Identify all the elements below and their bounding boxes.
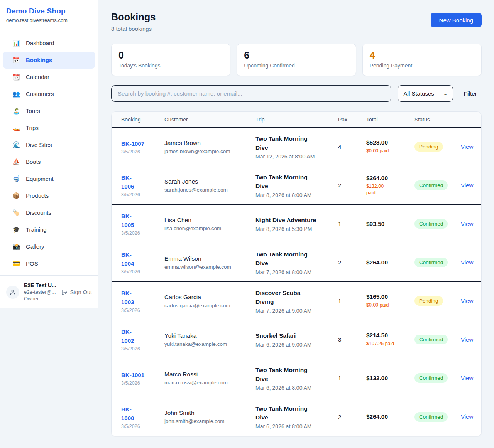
pax-cell: 2 <box>338 259 366 266</box>
booking-cell: BK- 1003 3/5/2026 <box>121 289 164 313</box>
pax-cell: 1 <box>338 375 366 381</box>
sidebar-item-customers[interactable]: 👥 Customers <box>3 86 95 103</box>
customer-cell: Yuki Tanaka yuki.tanaka@example.com <box>164 332 255 347</box>
nav-item-icon: 💳 <box>12 259 20 268</box>
booking-date: 3/5/2026 <box>121 381 164 386</box>
booking-id-link[interactable]: BK- 1006 <box>121 174 134 190</box>
customer-email: john.smith@example.com <box>164 418 255 424</box>
view-link[interactable]: View <box>461 413 473 420</box>
booking-id-link[interactable]: BK-1001 <box>121 372 144 378</box>
paid-amount: $0.00 paid <box>366 148 414 154</box>
total-cell: $132.00 <box>366 375 414 382</box>
action-cell: View <box>461 298 473 305</box>
nav-item-label: Gallery <box>26 242 44 251</box>
stat-value: 6 <box>244 50 349 61</box>
booking-id-link[interactable]: BK- 1003 <box>121 290 134 305</box>
nav-item-label: Dive Sites <box>26 140 52 150</box>
booking-id-link[interactable]: BK- 1004 <box>121 251 134 267</box>
nav-item-label: Customers <box>26 89 54 99</box>
customer-email: emma.wilson@example.com <box>164 264 255 270</box>
customer-name: Lisa Chen <box>164 217 255 224</box>
customer-email: yuki.tanaka@example.com <box>164 341 255 347</box>
table-row: BK- 1002 3/5/2026 Yuki Tanaka yuki.tanak… <box>112 320 481 359</box>
table-body: BK-1007 3/5/2026 James Brown james.brown… <box>112 128 481 436</box>
customer-name: James Brown <box>164 140 255 147</box>
table-row: BK- 1003 3/5/2026 Carlos Garcia carlos.g… <box>112 282 481 320</box>
status-filter-value: All Statuses <box>404 90 434 97</box>
stat-value: 4 <box>370 50 474 61</box>
total-cell: $214.50 $107.25 paid <box>366 332 414 347</box>
customer-cell: Sarah Jones sarah.jones@example.com <box>164 178 255 193</box>
sidebar-item-pos[interactable]: 💳 POS <box>3 255 95 272</box>
view-link[interactable]: View <box>461 375 473 381</box>
sidebar-item-boats[interactable]: ⛵ Boats <box>3 153 95 170</box>
stat-label: Pending Payment <box>370 62 474 69</box>
total-cell: $528.00 $0.00 paid <box>366 139 414 154</box>
sidebar-item-discounts[interactable]: 🏷️ Discounts <box>3 204 95 221</box>
nav-item-icon: 📆 <box>12 72 20 82</box>
new-booking-button[interactable]: New Booking <box>431 13 482 27</box>
sidebar-item-calendar[interactable]: 📆 Calendar <box>3 69 95 86</box>
booking-date: 3/5/2026 <box>121 192 164 197</box>
brand-name: Demo Dive Shop <box>6 7 92 15</box>
trip-cell: Night Dive Adventure Mar 8, 2026 at 5:30… <box>255 216 338 232</box>
trip-datetime: Mar 7, 2026 at 8:00 AM <box>255 269 338 275</box>
stat-value: 0 <box>118 50 223 61</box>
view-link[interactable]: View <box>461 182 473 189</box>
sign-out-button[interactable]: Sign Out <box>61 289 92 295</box>
customer-cell: Emma Wilson emma.wilson@example.com <box>164 255 255 270</box>
booking-id-link[interactable]: BK- 1005 <box>121 213 134 228</box>
view-link[interactable]: View <box>461 259 473 266</box>
table-row: BK-1007 3/5/2026 James Brown james.brown… <box>112 128 481 166</box>
view-link[interactable]: View <box>461 143 473 150</box>
sidebar-item-products[interactable]: 📦 Products <box>3 187 95 204</box>
sidebar-item-gallery[interactable]: 📸 Gallery <box>3 238 95 255</box>
trip-name: Discover Scuba Diving <box>255 288 338 306</box>
sidebar-item-bookings[interactable]: 📅 Bookings <box>3 52 95 69</box>
trip-datetime: Mar 8, 2026 at 8:00 AM <box>255 192 338 198</box>
view-link[interactable]: View <box>461 221 473 227</box>
trip-cell: Discover Scuba Diving Mar 7, 2026 at 9:0… <box>255 288 338 314</box>
status-badge: Confirmed <box>414 373 448 383</box>
booking-cell: BK- 1002 3/5/2026 <box>121 327 164 352</box>
sidebar-item-tours[interactable]: 🏝️ Tours <box>3 103 95 120</box>
person-icon <box>9 289 16 296</box>
trip-cell: Two Tank Morning Dive Mar 6, 2026 at 8:0… <box>255 404 338 429</box>
search-input[interactable] <box>111 85 391 102</box>
booking-cell: BK- 1006 3/5/2026 <box>121 173 164 197</box>
table-row: BK- 1005 3/5/2026 Lisa Chen lisa.chen@ex… <box>112 205 481 243</box>
sidebar-item-equipment[interactable]: 🤿 Equipment <box>3 170 95 187</box>
trip-name: Two Tank Morning Dive <box>255 173 338 190</box>
view-link[interactable]: View <box>461 336 473 343</box>
user-role: Owner <box>24 295 56 302</box>
sidebar-item-dashboard[interactable]: 📊 Dashboard <box>3 35 95 52</box>
sidebar-item-trips[interactable]: 🚤 Trips <box>3 120 95 136</box>
view-link[interactable]: View <box>461 298 473 304</box>
booking-id-link[interactable]: BK- 1000 <box>121 406 134 421</box>
booking-id-link[interactable]: BK- 1002 <box>121 328 134 344</box>
action-cell: View <box>461 336 473 343</box>
booking-cell: BK- 1000 3/5/2026 <box>121 405 164 429</box>
chevron-down-icon: ⌄ <box>443 91 448 96</box>
total-cell: $93.50 <box>366 221 414 227</box>
trip-cell: Snorkel Safari Mar 6, 2026 at 9:00 AM <box>255 331 338 348</box>
page-header: Bookings 8 total bookings New Booking <box>111 12 482 32</box>
nav-item-label: Dashboard <box>26 39 54 48</box>
trip-cell: Two Tank Morning Dive Mar 8, 2026 at 8:0… <box>255 173 338 198</box>
nav-item-icon: 🎓 <box>12 225 20 234</box>
stat-label: Today's Bookings <box>118 62 223 69</box>
user-panel: E2E Test U... e2e-tester@... Owner Sign … <box>0 275 98 308</box>
booking-cell: BK-1001 3/5/2026 <box>121 371 164 386</box>
nav-item-label: Tours <box>26 106 40 116</box>
sidebar-item-dive-sites[interactable]: 🌊 Dive Sites <box>3 136 95 153</box>
status-filter-select[interactable]: All Statuses ⌄ <box>398 85 453 102</box>
trip-datetime: Mar 6, 2026 at 8:00 AM <box>255 423 338 429</box>
trip-cell: Two Tank Morning Dive Mar 12, 2026 at 8:… <box>255 134 338 160</box>
sidebar-item-training[interactable]: 🎓 Training <box>3 221 95 238</box>
filter-button[interactable]: Filter <box>459 90 482 97</box>
trip-name: Two Tank Morning Dive <box>255 250 338 268</box>
logout-icon <box>61 289 68 295</box>
page-title: Bookings <box>111 12 156 23</box>
booking-id-link[interactable]: BK-1007 <box>121 140 144 147</box>
customer-cell: John Smith john.smith@example.com <box>164 409 255 424</box>
